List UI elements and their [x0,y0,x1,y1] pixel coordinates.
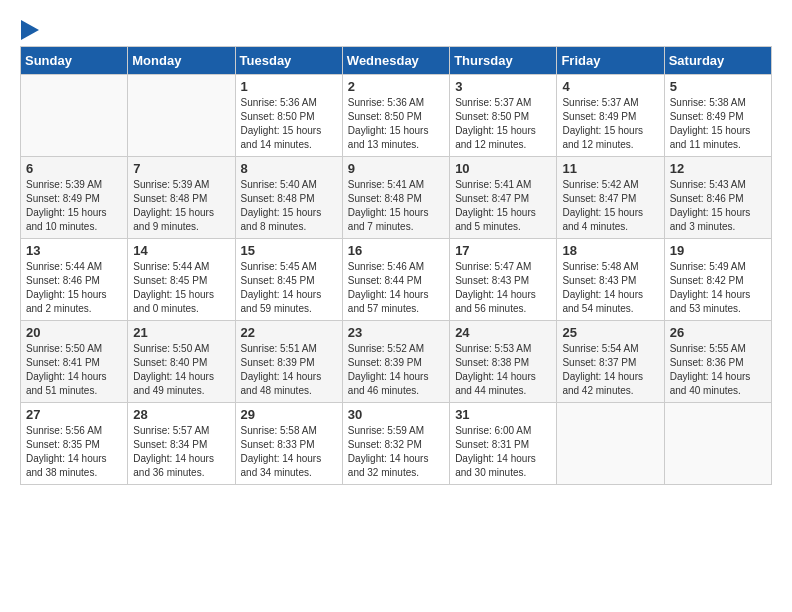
calendar-cell: 20Sunrise: 5:50 AMSunset: 8:41 PMDayligh… [21,321,128,403]
calendar-week-row: 13Sunrise: 5:44 AMSunset: 8:46 PMDayligh… [21,239,772,321]
calendar-cell: 5Sunrise: 5:38 AMSunset: 8:49 PMDaylight… [664,75,771,157]
day-header-thursday: Thursday [450,47,557,75]
day-number: 8 [241,161,337,176]
logo-arrow-icon [21,20,39,40]
day-number: 9 [348,161,444,176]
day-info: Sunrise: 5:50 AMSunset: 8:41 PMDaylight:… [26,342,122,398]
calendar-cell: 1Sunrise: 5:36 AMSunset: 8:50 PMDaylight… [235,75,342,157]
day-header-monday: Monday [128,47,235,75]
calendar-cell: 7Sunrise: 5:39 AMSunset: 8:48 PMDaylight… [128,157,235,239]
day-number: 22 [241,325,337,340]
day-info: Sunrise: 5:48 AMSunset: 8:43 PMDaylight:… [562,260,658,316]
calendar-cell: 25Sunrise: 5:54 AMSunset: 8:37 PMDayligh… [557,321,664,403]
calendar-cell: 14Sunrise: 5:44 AMSunset: 8:45 PMDayligh… [128,239,235,321]
day-number: 30 [348,407,444,422]
day-number: 17 [455,243,551,258]
day-info: Sunrise: 5:39 AMSunset: 8:49 PMDaylight:… [26,178,122,234]
day-number: 1 [241,79,337,94]
day-number: 25 [562,325,658,340]
day-info: Sunrise: 5:58 AMSunset: 8:33 PMDaylight:… [241,424,337,480]
svg-marker-0 [21,20,39,40]
calendar-cell: 9Sunrise: 5:41 AMSunset: 8:48 PMDaylight… [342,157,449,239]
day-number: 3 [455,79,551,94]
day-info: Sunrise: 5:49 AMSunset: 8:42 PMDaylight:… [670,260,766,316]
calendar-cell: 24Sunrise: 5:53 AMSunset: 8:38 PMDayligh… [450,321,557,403]
day-number: 6 [26,161,122,176]
calendar-table: SundayMondayTuesdayWednesdayThursdayFrid… [20,46,772,485]
calendar-cell: 18Sunrise: 5:48 AMSunset: 8:43 PMDayligh… [557,239,664,321]
day-info: Sunrise: 5:45 AMSunset: 8:45 PMDaylight:… [241,260,337,316]
day-info: Sunrise: 5:43 AMSunset: 8:46 PMDaylight:… [670,178,766,234]
calendar-cell: 28Sunrise: 5:57 AMSunset: 8:34 PMDayligh… [128,403,235,485]
day-info: Sunrise: 5:59 AMSunset: 8:32 PMDaylight:… [348,424,444,480]
day-info: Sunrise: 5:44 AMSunset: 8:45 PMDaylight:… [133,260,229,316]
day-number: 10 [455,161,551,176]
calendar-cell [128,75,235,157]
calendar-week-row: 27Sunrise: 5:56 AMSunset: 8:35 PMDayligh… [21,403,772,485]
day-info: Sunrise: 5:50 AMSunset: 8:40 PMDaylight:… [133,342,229,398]
day-number: 29 [241,407,337,422]
day-number: 5 [670,79,766,94]
day-number: 24 [455,325,551,340]
day-number: 2 [348,79,444,94]
calendar-cell: 13Sunrise: 5:44 AMSunset: 8:46 PMDayligh… [21,239,128,321]
calendar-cell: 22Sunrise: 5:51 AMSunset: 8:39 PMDayligh… [235,321,342,403]
day-header-friday: Friday [557,47,664,75]
day-info: Sunrise: 5:57 AMSunset: 8:34 PMDaylight:… [133,424,229,480]
day-info: Sunrise: 5:36 AMSunset: 8:50 PMDaylight:… [241,96,337,152]
calendar-cell: 26Sunrise: 5:55 AMSunset: 8:36 PMDayligh… [664,321,771,403]
day-header-tuesday: Tuesday [235,47,342,75]
day-number: 28 [133,407,229,422]
day-number: 7 [133,161,229,176]
calendar-cell: 29Sunrise: 5:58 AMSunset: 8:33 PMDayligh… [235,403,342,485]
calendar-cell: 23Sunrise: 5:52 AMSunset: 8:39 PMDayligh… [342,321,449,403]
calendar-cell: 19Sunrise: 5:49 AMSunset: 8:42 PMDayligh… [664,239,771,321]
day-info: Sunrise: 5:38 AMSunset: 8:49 PMDaylight:… [670,96,766,152]
day-number: 21 [133,325,229,340]
day-number: 23 [348,325,444,340]
calendar-cell [664,403,771,485]
day-info: Sunrise: 5:56 AMSunset: 8:35 PMDaylight:… [26,424,122,480]
day-number: 26 [670,325,766,340]
day-info: Sunrise: 5:40 AMSunset: 8:48 PMDaylight:… [241,178,337,234]
day-number: 13 [26,243,122,258]
day-number: 31 [455,407,551,422]
calendar-cell: 2Sunrise: 5:36 AMSunset: 8:50 PMDaylight… [342,75,449,157]
day-info: Sunrise: 5:37 AMSunset: 8:49 PMDaylight:… [562,96,658,152]
day-number: 27 [26,407,122,422]
calendar-cell: 8Sunrise: 5:40 AMSunset: 8:48 PMDaylight… [235,157,342,239]
calendar-cell: 21Sunrise: 5:50 AMSunset: 8:40 PMDayligh… [128,321,235,403]
day-info: Sunrise: 5:44 AMSunset: 8:46 PMDaylight:… [26,260,122,316]
day-info: Sunrise: 5:47 AMSunset: 8:43 PMDaylight:… [455,260,551,316]
calendar-cell: 27Sunrise: 5:56 AMSunset: 8:35 PMDayligh… [21,403,128,485]
calendar-cell: 31Sunrise: 6:00 AMSunset: 8:31 PMDayligh… [450,403,557,485]
calendar-cell: 15Sunrise: 5:45 AMSunset: 8:45 PMDayligh… [235,239,342,321]
calendar-cell: 12Sunrise: 5:43 AMSunset: 8:46 PMDayligh… [664,157,771,239]
calendar-cell: 10Sunrise: 5:41 AMSunset: 8:47 PMDayligh… [450,157,557,239]
calendar-header-row: SundayMondayTuesdayWednesdayThursdayFrid… [21,47,772,75]
day-info: Sunrise: 5:55 AMSunset: 8:36 PMDaylight:… [670,342,766,398]
calendar-cell: 4Sunrise: 5:37 AMSunset: 8:49 PMDaylight… [557,75,664,157]
day-number: 15 [241,243,337,258]
calendar-cell [557,403,664,485]
day-info: Sunrise: 5:36 AMSunset: 8:50 PMDaylight:… [348,96,444,152]
logo [20,20,39,36]
calendar-week-row: 1Sunrise: 5:36 AMSunset: 8:50 PMDaylight… [21,75,772,157]
day-header-wednesday: Wednesday [342,47,449,75]
calendar-week-row: 6Sunrise: 5:39 AMSunset: 8:49 PMDaylight… [21,157,772,239]
calendar-week-row: 20Sunrise: 5:50 AMSunset: 8:41 PMDayligh… [21,321,772,403]
day-number: 18 [562,243,658,258]
day-info: Sunrise: 5:37 AMSunset: 8:50 PMDaylight:… [455,96,551,152]
day-info: Sunrise: 5:46 AMSunset: 8:44 PMDaylight:… [348,260,444,316]
day-info: Sunrise: 5:41 AMSunset: 8:47 PMDaylight:… [455,178,551,234]
day-header-sunday: Sunday [21,47,128,75]
day-number: 20 [26,325,122,340]
calendar-cell: 17Sunrise: 5:47 AMSunset: 8:43 PMDayligh… [450,239,557,321]
day-info: Sunrise: 5:42 AMSunset: 8:47 PMDaylight:… [562,178,658,234]
day-info: Sunrise: 5:39 AMSunset: 8:48 PMDaylight:… [133,178,229,234]
day-number: 4 [562,79,658,94]
day-number: 19 [670,243,766,258]
day-info: Sunrise: 5:52 AMSunset: 8:39 PMDaylight:… [348,342,444,398]
calendar-cell [21,75,128,157]
day-number: 12 [670,161,766,176]
